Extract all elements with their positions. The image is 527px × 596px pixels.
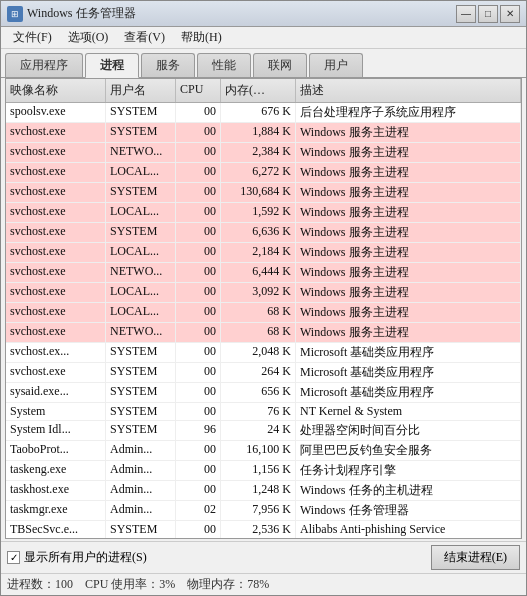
table-cell: TBSecSvc.e... [6, 521, 106, 538]
table-row[interactable]: svchost.exeLOCAL...006,272 KWindows 服务主进… [6, 163, 521, 183]
col-header-user[interactable]: 用户名 [106, 79, 176, 102]
title-bar: ⊞ Windows 任务管理器 — □ ✕ [1, 1, 526, 27]
table-cell: SYSTEM [106, 223, 176, 242]
table-cell: Windows 服务主进程 [296, 323, 521, 342]
maximize-button[interactable]: □ [478, 5, 498, 23]
tab-users[interactable]: 用户 [309, 53, 363, 77]
end-process-button[interactable]: 结束进程(E) [431, 545, 520, 570]
table-cell: 7,956 K [221, 501, 296, 520]
process-count-value: 100 [55, 577, 73, 591]
table-row[interactable]: TaoboProt...Admin...0016,100 K阿里巴巴反钓鱼安全服… [6, 441, 521, 461]
table-cell: SYSTEM [106, 421, 176, 440]
table-cell: Microsoft 基础类应用程序 [296, 363, 521, 382]
table-cell: 后台处理程序子系统应用程序 [296, 103, 521, 122]
menu-file[interactable]: 文件(F) [5, 27, 60, 48]
memory-status: 物理内存：78% [187, 576, 269, 593]
table-cell: 2,184 K [221, 243, 296, 262]
show-all-users-label: 显示所有用户的进程(S) [24, 549, 147, 566]
table-cell: 130,684 K [221, 183, 296, 202]
show-all-users-checkbox[interactable]: ✓ [7, 551, 20, 564]
table-row[interactable]: SystemSYSTEM0076 KNT Kernel & System [6, 403, 521, 421]
table-cell: taskhost.exe [6, 481, 106, 500]
table-cell: SYSTEM [106, 103, 176, 122]
table-cell: 6,272 K [221, 163, 296, 182]
menu-options[interactable]: 选项(O) [60, 27, 117, 48]
col-header-desc[interactable]: 描述 [296, 79, 521, 102]
tab-processes[interactable]: 进程 [85, 53, 139, 78]
table-row[interactable]: TBSecSvc.e...SYSTEM002,536 KAlibabs Anti… [6, 521, 521, 538]
table-cell: 68 K [221, 303, 296, 322]
table-row[interactable]: svchost.exeLOCAL...002,184 KWindows 服务主进… [6, 243, 521, 263]
table-row[interactable]: svchost.exeSYSTEM001,884 KWindows 服务主进程 [6, 123, 521, 143]
main-window: ⊞ Windows 任务管理器 — □ ✕ 文件(F) 选项(O) 查看(V) … [0, 0, 527, 596]
table-cell: LOCAL... [106, 283, 176, 302]
table-row[interactable]: svchost.exeSYSTEM006,636 KWindows 服务主进程 [6, 223, 521, 243]
tab-performance[interactable]: 性能 [197, 53, 251, 77]
table-cell: 2,384 K [221, 143, 296, 162]
table-cell: Windows 服务主进程 [296, 183, 521, 202]
table-body[interactable]: spoolsv.exeSYSTEM00676 K后台处理程序子系统应用程序svc… [6, 103, 521, 538]
table-cell: 00 [176, 223, 221, 242]
table-cell: Windows 任务管理器 [296, 501, 521, 520]
table-cell: taskeng.exe [6, 461, 106, 480]
tab-services[interactable]: 服务 [141, 53, 195, 77]
table-cell: 3,092 K [221, 283, 296, 302]
table-row[interactable]: svchost.exeSYSTEM00264 KMicrosoft 基础类应用程… [6, 363, 521, 383]
table-cell: 2,536 K [221, 521, 296, 538]
table-cell: sysaid.exe... [6, 383, 106, 402]
menu-bar: 文件(F) 选项(O) 查看(V) 帮助(H) [1, 27, 526, 49]
table-cell: Windows 服务主进程 [296, 223, 521, 242]
menu-help[interactable]: 帮助(H) [173, 27, 230, 48]
table-row[interactable]: svchost.exeLOCAL...003,092 KWindows 服务主进… [6, 283, 521, 303]
table-cell: Admin... [106, 441, 176, 460]
table-cell: svchost.exe [6, 323, 106, 342]
close-button[interactable]: ✕ [500, 5, 520, 23]
table-row[interactable]: taskeng.exeAdmin...001,156 K任务计划程序引擎 [6, 461, 521, 481]
table-row[interactable]: taskmgr.exeAdmin...027,956 KWindows 任务管理… [6, 501, 521, 521]
table-cell: svchost.exe [6, 123, 106, 142]
col-header-mem[interactable]: 内存(… [221, 79, 296, 102]
table-cell: LOCAL... [106, 163, 176, 182]
table-cell: Windows 任务的主机进程 [296, 481, 521, 500]
table-row[interactable]: svchost.exeNETWO...0068 KWindows 服务主进程 [6, 323, 521, 343]
table-cell: 2,048 K [221, 343, 296, 362]
table-row[interactable]: spoolsv.exeSYSTEM00676 K后台处理程序子系统应用程序 [6, 103, 521, 123]
table-row[interactable]: sysaid.exe...SYSTEM00656 KMicrosoft 基础类应… [6, 383, 521, 403]
table-cell: 1,592 K [221, 203, 296, 222]
app-icon: ⊞ [7, 6, 23, 22]
table-cell: 00 [176, 403, 221, 420]
table-cell: Microsoft 基础类应用程序 [296, 343, 521, 362]
table-cell: 阿里巴巴反钓鱼安全服务 [296, 441, 521, 460]
minimize-button[interactable]: — [456, 5, 476, 23]
table-cell: svchost.exe [6, 303, 106, 322]
tab-applications[interactable]: 应用程序 [5, 53, 83, 77]
table-row[interactable]: svchost.exeSYSTEM00130,684 KWindows 服务主进… [6, 183, 521, 203]
col-header-cpu[interactable]: CPU [176, 79, 221, 102]
tab-network[interactable]: 联网 [253, 53, 307, 77]
table-row[interactable]: svchost.exeNETWO...006,444 KWindows 服务主进… [6, 263, 521, 283]
table-cell: 任务计划程序引擎 [296, 461, 521, 480]
cpu-usage-label: CPU 使用率： [85, 577, 159, 591]
table-cell: 00 [176, 263, 221, 282]
table-row[interactable]: System Idl...SYSTEM9624 K处理器空闲时间百分比 [6, 421, 521, 441]
table-row[interactable]: svchost.exeLOCAL...001,592 KWindows 服务主进… [6, 203, 521, 223]
table-row[interactable]: taskhost.exeAdmin...001,248 KWindows 任务的… [6, 481, 521, 501]
process-count-status: 进程数：100 [7, 576, 73, 593]
table-cell: 00 [176, 441, 221, 460]
table-cell: svchost.exe [6, 363, 106, 382]
table-cell: 1,884 K [221, 123, 296, 142]
table-cell: 16,100 K [221, 441, 296, 460]
table-cell: Windows 服务主进程 [296, 143, 521, 162]
table-cell: 00 [176, 303, 221, 322]
table-row[interactable]: svchost.ex...SYSTEM002,048 KMicrosoft 基础… [6, 343, 521, 363]
table-row[interactable]: svchost.exeLOCAL...0068 KWindows 服务主进程 [6, 303, 521, 323]
col-header-name[interactable]: 映像名称 [6, 79, 106, 102]
table-cell: Windows 服务主进程 [296, 203, 521, 222]
table-row[interactable]: svchost.exeNETWO...002,384 KWindows 服务主进… [6, 143, 521, 163]
table-cell: System [6, 403, 106, 420]
table-cell: SYSTEM [106, 343, 176, 362]
table-cell: Windows 服务主进程 [296, 303, 521, 322]
table-cell: taskmgr.exe [6, 501, 106, 520]
menu-view[interactable]: 查看(V) [116, 27, 173, 48]
bottom-bar: ✓ 显示所有用户的进程(S) 结束进程(E) [1, 541, 526, 573]
